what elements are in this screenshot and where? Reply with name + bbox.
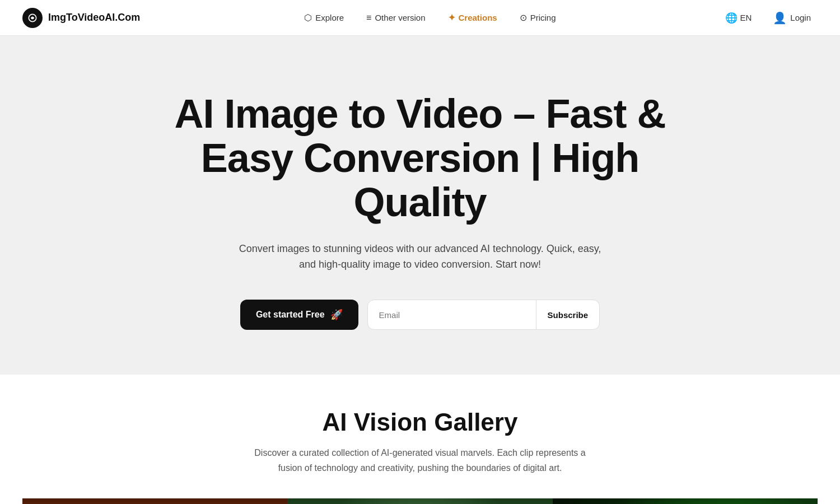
hero-actions: Get started Free 🚀 Subscribe [240,300,600,330]
navbar: ImgToVideoAI.Com ⬡ Explore ≡ Other versi… [0,0,840,36]
subscribe-button[interactable]: Subscribe [536,300,600,329]
nav-other-version-label: Other version [375,13,425,22]
lang-label: EN [740,13,752,22]
nav-pricing[interactable]: ⊙ Pricing [511,8,565,27]
nav-explore[interactable]: ⬡ Explore [295,8,353,27]
logo-text: ImgToVideoAI.Com [48,12,140,24]
gallery-subtitle: Discover a curated collection of AI-gene… [252,445,588,475]
nav-other-version[interactable]: ≡ Other version [357,8,434,27]
gallery-item-3-content [553,498,818,504]
nav-creations-label: Creations [459,13,497,22]
gallery-item-2-content [287,498,552,504]
logo[interactable]: ImgToVideoAI.Com [22,8,140,28]
gallery-item-1[interactable] [22,498,287,504]
email-input[interactable] [368,310,536,320]
hero-section: AI Image to Video – Fast & Easy Conversi… [0,36,840,375]
lang-icon: 🌐 [725,12,738,24]
creations-icon: ✦ [448,12,455,23]
gallery-grid [22,498,818,504]
hero-subtitle: Convert images to stunning videos with o… [238,241,602,273]
logo-icon [22,8,43,28]
nav-pricing-label: Pricing [530,13,556,22]
pricing-icon: ⊙ [520,12,527,23]
get-started-button[interactable]: Get started Free 🚀 [240,300,358,330]
subscribe-label: Subscribe [548,310,589,320]
nav-right: 🌐 EN 👤 Login [720,8,818,28]
gallery-item-2[interactable] [287,498,552,504]
gallery-title: AI Vision Gallery [22,408,818,436]
nav-creations[interactable]: ✦ Creations [439,8,506,27]
explore-icon: ⬡ [304,12,312,23]
language-selector[interactable]: 🌐 EN [720,8,757,27]
nav-links: ⬡ Explore ≡ Other version ✦ Creations ⊙ … [295,8,564,27]
get-started-label: Get started Free [256,310,325,320]
login-button[interactable]: 👤 Login [766,8,818,28]
gallery-item-3[interactable] [553,498,818,504]
other-version-icon: ≡ [366,13,371,23]
user-icon: 👤 [773,11,787,25]
login-label: Login [790,13,811,22]
nav-explore-label: Explore [315,13,344,22]
shelf-decor-1 [22,498,287,504]
gallery-section: AI Vision Gallery Discover a curated col… [0,375,840,504]
rocket-icon: 🚀 [330,309,343,321]
hero-title: AI Image to Video – Fast & Easy Conversi… [168,92,672,225]
email-subscribe-wrapper: Subscribe [367,300,600,330]
